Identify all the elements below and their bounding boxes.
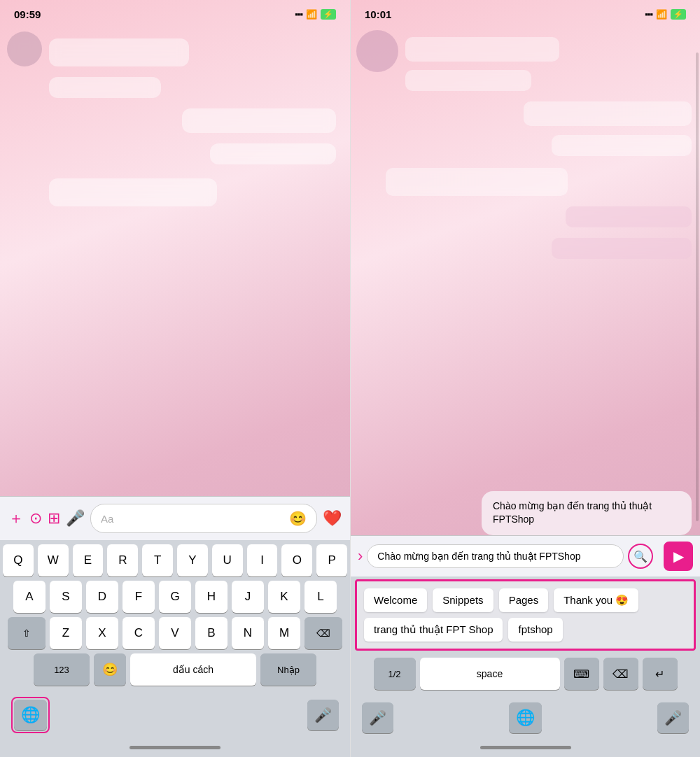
key-return[interactable]: Nhập <box>260 653 316 686</box>
left-emoji-icon[interactable]: 😊 <box>289 510 307 527</box>
key-i[interactable]: I <box>247 544 278 576</box>
key-space[interactable]: dấu cách <box>130 653 256 686</box>
left-keyboard: Q W E R T Y U I O P A S D F G H J K L ⇧ … <box>0 540 350 693</box>
right-blur-5 <box>552 135 692 156</box>
left-placeholder: Aa <box>101 513 113 525</box>
left-home-indicator <box>0 737 350 757</box>
right-wifi-icon: 📶 <box>656 9 667 20</box>
chip-trang-thu-thuat[interactable]: trang thủ thuật FPT Shop <box>364 618 503 642</box>
key-w[interactable]: W <box>38 544 69 576</box>
left-heart-icon[interactable]: ❤️ <box>323 509 342 528</box>
scroll-bar[interactable] <box>696 52 699 521</box>
key-d[interactable]: D <box>86 581 118 613</box>
right-key-return[interactable]: ↵ <box>643 658 678 690</box>
key-delete[interactable]: ⌫ <box>304 617 342 649</box>
left-globe-highlighted[interactable]: 🌐 <box>11 697 50 733</box>
right-send-btn[interactable] <box>664 542 693 571</box>
key-n[interactable]: N <box>232 617 264 649</box>
right-blur-7 <box>566 206 692 227</box>
left-key-row-3: ⇧ Z X C V B N M ⌫ <box>3 617 347 649</box>
left-blur-msg-1 <box>49 38 189 66</box>
key-v[interactable]: V <box>159 617 191 649</box>
left-globe-btn[interactable]: 🌐 <box>14 700 47 730</box>
left-key-row-2: A S D F G H J K L <box>3 581 347 613</box>
key-y[interactable]: Y <box>177 544 208 576</box>
key-x[interactable]: X <box>86 617 118 649</box>
key-q[interactable]: Q <box>3 544 34 576</box>
left-key-row-4: 123 😊 dấu cách Nhập <box>3 653 347 686</box>
key-b[interactable]: B <box>195 617 227 649</box>
right-input-bar: › Chào mừng bạn đến trang thủ thuật FPTS… <box>351 535 700 576</box>
right-key-space[interactable]: space <box>420 658 560 690</box>
right-key-delete[interactable]: ⌫ <box>603 658 638 690</box>
left-mic-icon[interactable]: 🎤 <box>66 509 85 528</box>
autocomplete-box: Welcome Snippets Pages Thank you 😍 trang… <box>355 579 696 651</box>
right-chevron-icon[interactable]: › <box>358 547 363 565</box>
left-plus-icon[interactable]: ＋ <box>8 508 24 529</box>
key-shift[interactable]: ⇧ <box>8 617 46 649</box>
left-mic-btn[interactable]: 🎤 <box>307 700 339 730</box>
key-emoji[interactable]: 😊 <box>94 653 126 686</box>
right-blur-6 <box>386 168 568 196</box>
left-text-field[interactable]: Aa 😊 <box>90 504 317 533</box>
right-key-keyboard[interactable]: ⌨ <box>564 658 599 690</box>
chip-thank-you[interactable]: Thank you 😍 <box>554 588 638 612</box>
right-mic2-btn[interactable]: 🎤 <box>657 702 689 733</box>
left-blur-msg-4 <box>210 143 336 164</box>
chip-welcome[interactable]: Welcome <box>364 588 427 612</box>
left-chat-content <box>0 24 350 496</box>
key-l[interactable]: L <box>304 581 337 613</box>
right-blur-4 <box>524 101 692 126</box>
left-time: 09:59 <box>14 8 41 20</box>
right-status-icons: ▪▪▪ 📶 ⚡ <box>645 9 686 20</box>
key-u[interactable]: U <box>212 544 243 576</box>
key-r[interactable]: R <box>107 544 138 576</box>
right-blur-8 <box>552 238 692 259</box>
key-f[interactable]: F <box>122 581 155 613</box>
right-field-text: Chào mừng bạn đến trang thủ thuật FPTSho… <box>377 551 580 562</box>
key-g[interactable]: G <box>159 581 191 613</box>
key-o[interactable]: O <box>281 544 312 576</box>
key-h[interactable]: H <box>195 581 227 613</box>
message-bubble: Chào mừng bạn đến trang thủ thuật FPTSho… <box>482 491 692 535</box>
left-status-icons: ▪▪▪ 📶 ⚡ <box>295 9 336 20</box>
key-c[interactable]: C <box>122 617 155 649</box>
right-home-indicator <box>351 737 700 757</box>
key-k[interactable]: K <box>268 581 300 613</box>
autocomplete-container: Welcome Snippets Pages Thank you 😍 trang… <box>351 576 700 653</box>
left-photo-icon[interactable]: ⊞ <box>48 509 60 528</box>
chip-fptshop[interactable]: fptshop <box>508 618 562 642</box>
key-numbers[interactable]: 123 <box>34 653 90 686</box>
key-s[interactable]: S <box>50 581 82 613</box>
key-j[interactable]: J <box>232 581 264 613</box>
left-avatar <box>7 31 42 66</box>
chip-snippets[interactable]: Snippets <box>433 588 493 612</box>
right-phone: 10:01 ▪▪▪ 📶 ⚡ Chào mừng bạn đến trang th… <box>350 0 700 757</box>
right-text-field[interactable]: Chào mừng bạn đến trang thủ thuật FPTSho… <box>367 544 624 568</box>
right-mic-btn[interactable]: 🎤 <box>362 702 393 733</box>
right-key-page[interactable]: 1/2 <box>374 658 416 690</box>
right-chat-content: Chào mừng bạn đến trang thủ thuật FPTSho… <box>351 24 700 535</box>
right-search-btn[interactable]: 🔍 <box>628 544 653 569</box>
key-m[interactable]: M <box>268 617 300 649</box>
left-signal-icon: ▪▪▪ <box>295 9 302 20</box>
left-input-bar: ＋ ⊙ ⊞ 🎤 Aa 😊 ❤️ <box>0 496 350 540</box>
right-keyboard: 1/2 space ⌨ ⌫ ↵ <box>351 653 700 698</box>
left-battery-icon: ⚡ <box>321 9 336 20</box>
autocomplete-row-1: Welcome Snippets Pages Thank you 😍 <box>364 588 687 612</box>
autocomplete-row-2: trang thủ thuật FPT Shop fptshop <box>364 618 687 642</box>
key-z[interactable]: Z <box>50 617 82 649</box>
key-t[interactable]: T <box>142 544 173 576</box>
left-camera-icon[interactable]: ⊙ <box>29 509 42 528</box>
left-blur-msg-2 <box>49 77 161 98</box>
key-a[interactable]: A <box>13 581 46 613</box>
chip-pages[interactable]: Pages <box>499 588 549 612</box>
right-battery-icon: ⚡ <box>671 9 686 20</box>
key-p[interactable]: P <box>316 544 347 576</box>
key-e[interactable]: E <box>73 544 104 576</box>
right-blur-2 <box>405 37 559 62</box>
left-status-bar: 09:59 ▪▪▪ 📶 ⚡ <box>0 0 350 24</box>
left-phone: 09:59 ▪▪▪ 📶 ⚡ ＋ ⊙ ⊞ 🎤 Aa 😊 ❤️ Q W E <box>0 0 350 757</box>
right-avatar <box>356 30 398 72</box>
right-globe-btn[interactable]: 🌐 <box>509 702 542 733</box>
